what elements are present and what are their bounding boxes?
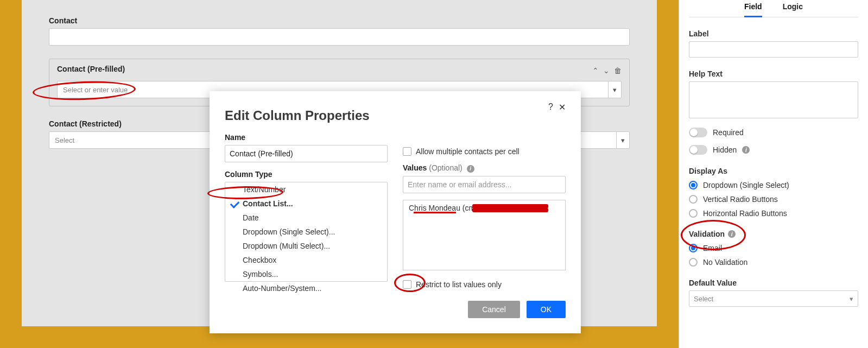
chevron-up-icon[interactable]: ⌃ — [592, 66, 599, 75]
field-input-contact[interactable] — [49, 28, 630, 46]
display-as-option[interactable]: Horizontal Radio Buttons — [689, 209, 858, 218]
column-type-option[interactable]: Contact List... — [225, 197, 387, 211]
radio-icon — [689, 209, 698, 218]
label-label: Label — [689, 29, 858, 38]
display-as-option[interactable]: Vertical Radio Buttons — [689, 195, 858, 204]
column-type-label: Column Type — [225, 170, 388, 179]
field-label-contact: Contact — [49, 16, 630, 25]
column-type-list: Text/Number Contact List... Date Dropdow… — [225, 182, 388, 282]
modal-title: Edit Column Properties — [225, 108, 566, 123]
edit-column-modal: ? ✕ Edit Column Properties Name Column T… — [210, 91, 581, 333]
name-input[interactable] — [225, 145, 388, 162]
info-icon[interactable]: i — [742, 146, 750, 154]
radio-icon — [689, 181, 698, 189]
info-icon[interactable]: i — [467, 165, 474, 173]
validation-label: Validation i — [689, 230, 858, 238]
trash-icon[interactable]: 🗑 — [614, 66, 622, 75]
name-label: Name — [225, 133, 388, 142]
column-type-option[interactable]: Date — [225, 211, 387, 225]
column-type-option[interactable]: Symbols... — [225, 267, 387, 281]
hidden-label: Hidden — [713, 145, 737, 154]
dropdown-caret-icon[interactable]: ▾ — [608, 81, 621, 98]
display-as-label: Display As — [689, 167, 858, 175]
properties-sidebar: Field Logic Label Help Text Required Hid… — [679, 0, 868, 348]
close-icon[interactable]: ✕ — [559, 102, 566, 112]
column-type-option[interactable]: Auto-Number/System... — [225, 281, 387, 295]
cancel-button[interactable]: Cancel — [468, 301, 520, 318]
helptext-input[interactable] — [689, 81, 858, 118]
value-item[interactable]: Chris Mondeau (cm — [409, 204, 560, 212]
values-label: Values (Optional) i — [403, 163, 566, 173]
helptext-label: Help Text — [689, 69, 858, 78]
help-icon[interactable]: ? — [548, 102, 553, 112]
column-type-option[interactable]: Text/Number — [225, 182, 387, 197]
values-input[interactable] — [403, 176, 566, 193]
restrict-checkbox[interactable] — [403, 280, 411, 289]
info-icon[interactable]: i — [728, 230, 736, 238]
required-label: Required — [713, 128, 744, 137]
default-value-select[interactable]: Select ▾ — [689, 290, 858, 307]
allow-multiple-label: Allow multiple contacts per cell — [416, 147, 519, 156]
radio-icon — [689, 258, 698, 267]
chevron-down-icon[interactable]: ⌄ — [603, 66, 610, 75]
radio-icon — [689, 195, 698, 204]
tab-logic[interactable]: Logic — [783, 0, 803, 17]
display-as-option[interactable]: Dropdown (Single Select) — [689, 181, 858, 189]
restrict-label: Restrict to list values only — [416, 280, 502, 289]
hidden-toggle[interactable] — [689, 145, 707, 155]
values-list: Chris Mondeau (cm — [403, 200, 566, 270]
field-label-contact-prefilled: Contact (Pre-filled) — [57, 65, 125, 73]
dropdown-caret-icon[interactable]: ▾ — [616, 132, 629, 148]
dropdown-caret-icon: ▾ — [850, 295, 853, 303]
label-input[interactable] — [689, 41, 858, 58]
validation-option[interactable]: Email — [689, 244, 858, 252]
radio-icon — [689, 244, 698, 252]
tab-field[interactable]: Field — [744, 0, 762, 17]
default-value-label: Default Value — [689, 279, 858, 287]
validation-option[interactable]: No Validation — [689, 258, 858, 267]
sidebar-tabs: Field Logic — [689, 0, 858, 17]
field-placeholder: Select — [55, 136, 74, 144]
required-toggle[interactable] — [689, 128, 707, 137]
column-type-option[interactable]: Checkbox — [225, 253, 387, 267]
column-type-option[interactable]: Dropdown (Multi Select)... — [225, 239, 387, 253]
field-group-contact: Contact — [49, 16, 630, 46]
allow-multiple-checkbox[interactable] — [403, 147, 411, 156]
ok-button[interactable]: OK — [527, 301, 566, 318]
column-type-option[interactable]: Dropdown (Single Select)... — [225, 225, 387, 239]
field-placeholder: Select or enter value — [63, 86, 128, 94]
